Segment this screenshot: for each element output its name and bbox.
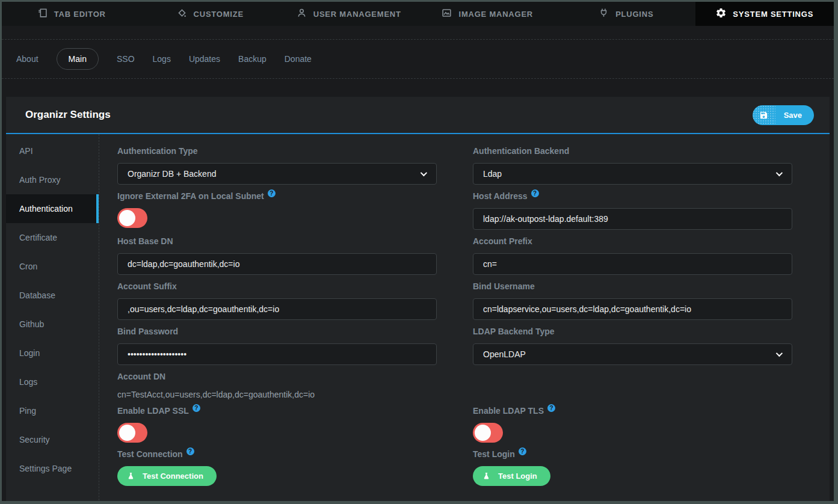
field-test-login: Test Login Test Login: [473, 449, 792, 486]
field-label: Enable LDAP SSL: [117, 406, 189, 416]
nav-tab-editor[interactable]: TAB EDITOR: [2, 2, 141, 26]
field-label: Test Login: [473, 449, 515, 459]
help-icon[interactable]: [531, 189, 539, 197]
field-authentication-backend: Authentication Backend Ldap: [473, 146, 792, 185]
account-suffix-input[interactable]: [117, 298, 437, 320]
authentication-form: Authentication Type Organizr DB + Backen…: [99, 134, 830, 503]
ldap-backend-type-select[interactable]: OpenLDAP: [473, 343, 792, 365]
customize-icon: [176, 7, 188, 20]
field-host-address: Host Address: [473, 191, 792, 230]
help-icon[interactable]: [547, 404, 555, 412]
chevron-down-icon: [421, 170, 427, 176]
settings-sidebar: API Auth Proxy Authentication Certificat…: [6, 134, 99, 503]
nav-image-manager[interactable]: IMAGE MANAGER: [418, 2, 557, 26]
select-value: OpenLDAP: [483, 349, 526, 359]
nav-label: USER MANAGEMENT: [313, 10, 401, 19]
save-button-label: Save: [775, 111, 814, 120]
sidebar-item-auth-proxy[interactable]: Auth Proxy: [6, 165, 99, 194]
nav-customize[interactable]: CUSTOMIZE: [141, 2, 280, 26]
sidebar-item-security[interactable]: Security: [6, 425, 99, 454]
sidebar-item-settings-page[interactable]: Settings Page: [6, 454, 99, 483]
field-account-dn: Account DN cn=TestAcct,ou=users,dc=ldap,…: [117, 372, 437, 399]
help-icon[interactable]: [519, 447, 526, 455]
spacer-cell: [473, 372, 792, 399]
field-label: Account Suffix: [117, 281, 177, 291]
subnav-donate[interactable]: Donate: [285, 49, 312, 69]
field-host-base-dn: Host Base DN: [117, 236, 437, 275]
nav-label: PLUGINS: [615, 10, 653, 19]
sidebar-item-logs[interactable]: Logs: [6, 367, 99, 396]
account-dn-value: cn=TestAcct,ou=users,dc=ldap,dc=goauthen…: [117, 389, 437, 399]
sidebar-item-github[interactable]: Github: [6, 310, 99, 339]
plug-icon: [598, 7, 609, 20]
test-login-button[interactable]: Test Login: [473, 466, 550, 486]
save-button[interactable]: Save: [753, 105, 814, 125]
field-label: Bind Password: [117, 327, 178, 336]
nav-label: TAB EDITOR: [54, 10, 106, 19]
field-enable-ldap-tls: Enable LDAP TLS: [473, 406, 792, 443]
ignore-2fa-toggle[interactable]: [117, 208, 147, 228]
field-test-connection: Test Connection Test Connection: [117, 449, 437, 486]
bind-password-input[interactable]: [117, 343, 437, 365]
field-label: Authentication Type: [117, 146, 198, 156]
field-bind-username: Bind Username: [473, 281, 792, 320]
help-icon[interactable]: [186, 447, 194, 455]
field-bind-password: Bind Password: [117, 327, 437, 365]
toggle-knob: [119, 425, 135, 441]
sidebar-item-ping[interactable]: Ping: [6, 396, 99, 425]
subnav-main[interactable]: Main: [57, 48, 99, 70]
account-prefix-input[interactable]: [473, 253, 792, 275]
field-label: Account Prefix: [473, 236, 532, 246]
nav-plugins[interactable]: PLUGINS: [556, 2, 695, 26]
chevron-down-icon: [776, 350, 783, 357]
sidebar-item-authentication[interactable]: Authentication: [6, 194, 99, 223]
field-enable-ldap-ssl: Enable LDAP SSL: [117, 406, 437, 443]
field-label: LDAP Backend Type: [473, 327, 555, 336]
subnav-logs[interactable]: Logs: [153, 49, 171, 69]
field-label: Account DN: [117, 372, 165, 381]
subnav-about[interactable]: About: [16, 49, 39, 69]
top-navbar: TAB EDITOR CUSTOMIZE USER MANAGEMENT IMA…: [2, 2, 834, 26]
page-title: Organizr Settings: [25, 109, 111, 121]
host-base-dn-input[interactable]: [117, 253, 437, 275]
test-connection-button[interactable]: Test Connection: [117, 466, 217, 486]
tab-editor-icon: [37, 7, 48, 20]
sidebar-item-login[interactable]: Login: [6, 339, 99, 367]
nav-label: IMAGE MANAGER: [458, 10, 533, 19]
subnav-updates[interactable]: Updates: [189, 49, 220, 69]
nav-user-management[interactable]: USER MANAGEMENT: [279, 2, 418, 26]
field-ldap-backend-type: LDAP Backend Type OpenLDAP: [473, 327, 792, 365]
subnav-backup[interactable]: Backup: [238, 49, 266, 69]
field-account-prefix: Account Prefix: [473, 236, 792, 275]
authentication-backend-select[interactable]: Ldap: [473, 163, 792, 185]
field-label: Host Address: [473, 191, 528, 201]
test-connection-label: Test Connection: [143, 472, 203, 481]
field-label: Ignore External 2FA on Local Subnet: [117, 191, 264, 201]
nav-system-settings[interactable]: SYSTEM SETTINGS: [695, 2, 834, 26]
save-icon: [753, 105, 775, 125]
sidebar-item-certificate[interactable]: Certificate: [6, 223, 99, 252]
sidebar-item-cron[interactable]: Cron: [6, 252, 99, 281]
bind-username-input[interactable]: [473, 298, 792, 320]
flask-icon: [482, 472, 490, 480]
enable-ldap-tls-toggle[interactable]: [473, 423, 503, 443]
field-account-suffix: Account Suffix: [117, 281, 437, 320]
toggle-knob: [119, 210, 135, 226]
field-label: Test Connection: [117, 449, 183, 459]
toggle-knob: [475, 425, 491, 441]
enable-ldap-ssl-toggle[interactable]: [117, 423, 147, 443]
flask-icon: [127, 472, 135, 480]
help-icon[interactable]: [268, 189, 276, 197]
test-login-label: Test Login: [498, 472, 537, 481]
image-icon: [441, 7, 452, 20]
select-value: Organizr DB + Backend: [128, 169, 216, 179]
app-window: TAB EDITOR CUSTOMIZE USER MANAGEMENT IMA…: [0, 0, 838, 504]
subnav-sso[interactable]: SSO: [117, 49, 135, 69]
authentication-type-select[interactable]: Organizr DB + Backend: [117, 163, 437, 185]
host-address-input[interactable]: [473, 208, 792, 230]
panel-header: Organizr Settings Save: [6, 97, 830, 134]
sidebar-item-database[interactable]: Database: [6, 281, 99, 310]
sidebar-item-api[interactable]: API: [6, 137, 99, 165]
help-icon[interactable]: [193, 404, 200, 412]
nav-label: SYSTEM SETTINGS: [733, 10, 813, 19]
